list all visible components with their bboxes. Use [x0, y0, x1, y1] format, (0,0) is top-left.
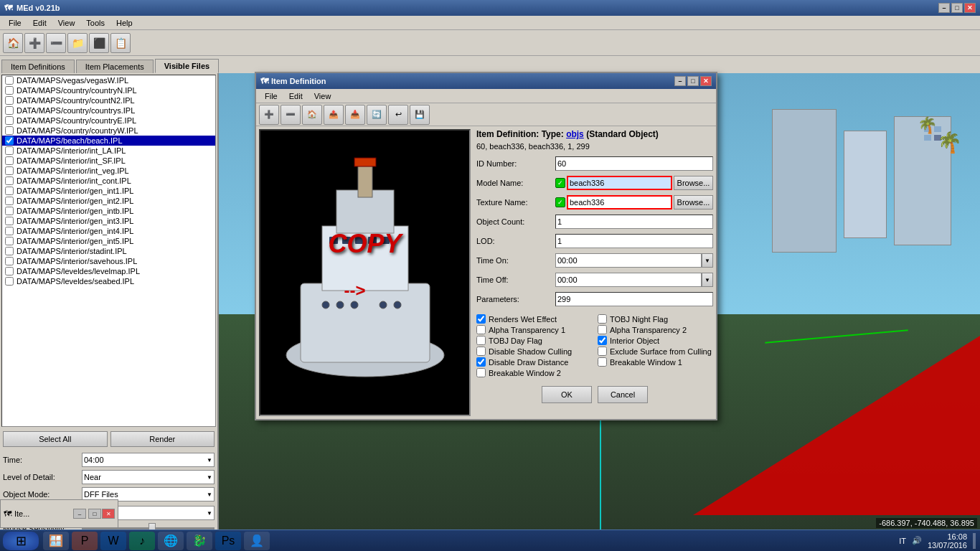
dialog-menu-file[interactable]: File — [259, 90, 283, 102]
tobj-night-checkbox[interactable] — [598, 314, 607, 324]
taskbar-app-gta[interactable]: 🐉 — [187, 532, 212, 550]
interior-object-checkbox[interactable] — [598, 336, 607, 345]
tab-item-placements[interactable]: Item Placements — [76, 60, 154, 73]
dialog-close[interactable]: ✕ — [700, 76, 712, 86]
tobj-day-checkbox[interactable] — [476, 336, 486, 345]
time-off-dropdown[interactable]: 00:00 — [555, 273, 702, 287]
dialog-toolbar-home[interactable]: 🏠 — [302, 105, 322, 125]
list-item[interactable]: DATA/MAPS/interior/stadint.IPL — [2, 246, 215, 256]
list-item[interactable]: DATA/MAPS/interior/savehous.IPL — [2, 256, 215, 266]
list-item[interactable]: DATA/MAPS/interior/gen_int2.IPL — [2, 196, 215, 206]
breakable-2-checkbox[interactable] — [476, 368, 486, 377]
taskbar-app-profile[interactable]: 👤 — [244, 532, 270, 550]
list-item[interactable]: DATA/MAPS/country/countryE.IPL — [2, 116, 215, 126]
list-item[interactable]: DATA/MAPS/interior/int_cont.IPL — [2, 176, 215, 186]
dialog-toolbar-export[interactable]: 📤 — [324, 105, 344, 125]
dialog-toolbar-save[interactable]: 💾 — [410, 105, 430, 125]
list-item[interactable]: DATA/MAPS/interior/gen_int1.IPL — [2, 186, 215, 196]
alpha-2-checkbox[interactable] — [598, 325, 607, 334]
start-button[interactable]: ⊞ — [3, 532, 39, 550]
menu-tools[interactable]: Tools — [80, 17, 110, 29]
list-item[interactable]: DATA/MAPS/country/countryN.IPL — [2, 85, 215, 95]
toolbar-folder[interactable]: 📁 — [67, 33, 88, 53]
id-input[interactable] — [555, 156, 713, 171]
mini-minimize[interactable]: – — [73, 509, 86, 519]
disable-draw-checkbox[interactable] — [476, 357, 486, 367]
cancel-button[interactable]: Cancel — [598, 386, 648, 403]
disable-shadow-checkbox[interactable] — [476, 347, 486, 356]
mini-restore[interactable]: □ — [88, 509, 101, 519]
toolbar-home[interactable]: 🏠 — [3, 33, 23, 53]
minimize-button[interactable]: – — [938, 3, 950, 13]
list-item[interactable]: DATA/MAPS/leveldes/seabed.IPL — [2, 276, 215, 286]
ok-button[interactable]: OK — [542, 386, 592, 403]
time-dropdown[interactable]: 04:00 ▼ — [82, 453, 215, 467]
list-item[interactable]: DATA/MAPS/interior/gen_int3.IPL — [2, 216, 215, 226]
toolbar-remove[interactable]: ➖ — [46, 33, 66, 53]
time-on-arrow[interactable]: ▼ — [702, 253, 713, 268]
taskbar-app-chrome[interactable]: 🌐 — [158, 532, 184, 550]
ship-preview — [265, 140, 466, 405]
taskbar-show-desktop[interactable] — [973, 533, 976, 549]
list-item[interactable]: DATA/MAPS/interior/gen_int4.IPL — [2, 226, 215, 236]
dialog-toolbar-import[interactable]: 📥 — [345, 105, 365, 125]
list-item[interactable]: DATA/MAPS/country/countryW.IPL — [2, 126, 215, 136]
render-button[interactable]: Render — [110, 431, 215, 447]
menu-help[interactable]: Help — [110, 17, 138, 29]
dialog-toolbar-refresh[interactable]: 🔄 — [367, 105, 387, 125]
select-all-button[interactable]: Select All — [3, 431, 108, 447]
dialog-toolbar-add[interactable]: ➕ — [259, 105, 279, 125]
taskbar-app-windows[interactable]: 🪟 — [43, 532, 69, 550]
list-item[interactable]: DATA/MAPS/country/countN2.IPL — [2, 95, 215, 105]
item-definition-dialog[interactable]: 🗺 Item Definition – □ ✕ File Edit View ➕… — [255, 72, 717, 420]
mini-dialog[interactable]: 🗺 Ite... – □ ✕ — [0, 499, 118, 528]
time-on-dropdown[interactable]: 00:00 — [555, 253, 702, 268]
renders-wet-checkbox[interactable] — [476, 314, 486, 324]
file-list[interactable]: DATA/MAPS/vegas/vegasW.IPL DATA/MAPS/cou… — [1, 75, 216, 427]
taskbar-app-ppt[interactable]: P — [72, 532, 98, 550]
list-item[interactable]: DATA/MAPS/leveldes/levelmap.IPL — [2, 266, 215, 276]
list-item[interactable]: DATA/MAPS/vegas/vegasW.IPL — [2, 75, 215, 85]
list-item[interactable]: DATA/MAPS/interior/int_veg.IPL — [2, 166, 215, 176]
toolbar-select[interactable]: ⬛ — [89, 33, 109, 53]
lod-dropdown[interactable]: Near ▼ — [82, 470, 215, 484]
tab-visible-files[interactable]: Visible Files — [155, 59, 219, 73]
taskbar-app-word[interactable]: W — [100, 532, 126, 550]
taskbar-app-photoshop[interactable]: Ps — [215, 532, 241, 550]
toolbar-add[interactable]: ➕ — [24, 33, 44, 53]
dialog-toolbar-remove[interactable]: ➖ — [281, 105, 301, 125]
menu-view[interactable]: View — [52, 17, 81, 29]
list-item[interactable]: DATA/MAPS/country/countrys.IPL — [2, 105, 215, 116]
list-item[interactable]: DATA/MAPS/interior/int_LA.IPL — [2, 146, 215, 156]
model-browse-button[interactable]: Browse... — [674, 176, 713, 190]
dialog-toolbar-undo[interactable]: ↩ — [388, 105, 408, 125]
type-link[interactable]: objs — [566, 129, 584, 139]
tab-item-definitions[interactable]: Item Definitions — [1, 60, 75, 73]
list-item[interactable]: DATA/MAPS/interior/gen_intb.IPL — [2, 206, 215, 216]
params-input[interactable] — [555, 292, 713, 306]
close-button[interactable]: ✕ — [964, 3, 976, 13]
model-name-input[interactable] — [567, 176, 672, 190]
maximize-button[interactable]: □ — [951, 3, 963, 13]
dialog-maximize[interactable]: □ — [687, 76, 699, 86]
lod-input[interactable] — [555, 234, 713, 248]
object-count-input[interactable] — [555, 215, 713, 229]
list-item[interactable]: DATA/MAPS/interior/gen_int5.IPL — [2, 236, 215, 246]
mini-close[interactable]: ✕ — [102, 509, 115, 519]
texture-name-input[interactable] — [567, 195, 672, 209]
list-item[interactable]: DATA/MAPS/interior/int_SF.IPL — [2, 156, 215, 166]
taskbar-app-spotify[interactable]: ♪ — [129, 532, 155, 550]
breakable-1-checkbox[interactable] — [598, 357, 607, 367]
toolbar-copy[interactable]: 📋 — [110, 33, 131, 53]
dialog-minimize[interactable]: – — [674, 76, 686, 86]
list-item-beach[interactable]: DATA/MAPS/beach/beach.IPL — [2, 136, 215, 146]
menu-edit[interactable]: Edit — [27, 17, 52, 29]
cb-tobj-day: TOBJ Day Flag — [476, 336, 592, 345]
time-off-arrow[interactable]: ▼ — [702, 273, 713, 287]
menu-file[interactable]: File — [3, 17, 27, 29]
dialog-menu-edit[interactable]: Edit — [283, 90, 308, 102]
alpha-1-checkbox[interactable] — [476, 325, 486, 334]
texture-browse-button[interactable]: Browse... — [674, 195, 713, 209]
exclude-surface-checkbox[interactable] — [598, 347, 607, 356]
dialog-menu-view[interactable]: View — [308, 90, 337, 102]
